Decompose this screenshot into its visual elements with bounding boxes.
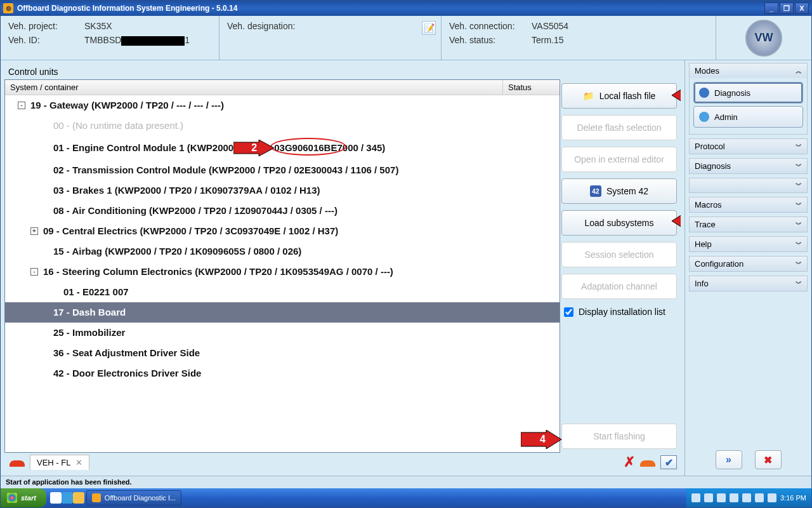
- control-units-tree: System / container Status -19 - Gateway …: [4, 79, 560, 453]
- tree-node-25-immo[interactable]: 25 - Immobilizer: [5, 323, 560, 343]
- tray-icon[interactable]: [742, 493, 751, 502]
- display-installation-list-input[interactable]: [564, 307, 573, 317]
- veh-id-label: Veh. ID:: [8, 35, 84, 46]
- tree-node-00[interactable]: 00 - (No runtime data present.): [5, 116, 560, 136]
- tree-node-02-tcm[interactable]: 02 - Transmission Control Module (KWP200…: [5, 160, 560, 180]
- tree-node-17-dashboard[interactable]: 17 - Dash Board: [5, 302, 560, 323]
- collapse-icon[interactable]: -: [30, 268, 38, 276]
- col-status[interactable]: Status: [502, 80, 560, 95]
- quicklaunch-ie-icon[interactable]: [62, 492, 73, 504]
- chevron-down-icon: ︾: [796, 181, 802, 190]
- note-icon[interactable]: 📝: [422, 21, 436, 35]
- tree-node-36-seat[interactable]: 36 - Seat Adjustment Driver Side: [5, 343, 560, 363]
- acc-trace-header[interactable]: Trace︾: [690, 217, 807, 232]
- tray-icon[interactable]: [704, 493, 713, 502]
- tree-node-08-ac[interactable]: 08 - Air Conditioning (KWP2000 / TP20 / …: [5, 201, 560, 221]
- mode-admin-button[interactable]: Admin: [693, 106, 803, 128]
- tab-close-icon[interactable]: ✕: [75, 458, 82, 467]
- system-42-button[interactable]: 42System 42: [561, 178, 677, 204]
- taskbar-task[interactable]: Offboard Diagnostic I...: [86, 490, 181, 505]
- admin-icon: [699, 112, 709, 122]
- collapse-icon[interactable]: -: [18, 102, 25, 109]
- minimize-button[interactable]: _: [764, 3, 778, 14]
- car-icon[interactable]: [639, 457, 657, 468]
- tray-clock[interactable]: 3:16 PM: [780, 494, 806, 502]
- app-icon: ⚙: [3, 3, 13, 13]
- chevron-down-icon: ︾: [796, 240, 802, 249]
- taskbar: start Offboard Diagnostic I... 3:16 PM: [1, 488, 811, 507]
- chevron-down-icon: ︾: [796, 162, 802, 171]
- task-icon: [92, 493, 101, 502]
- annotation-4: 4: [540, 434, 546, 445]
- tray-icon[interactable]: [717, 493, 726, 502]
- veh-designation-label: Veh. designation:: [227, 21, 303, 31]
- tree-header: System / container Status: [5, 80, 560, 95]
- main-column: Control units System / container Status …: [1, 60, 684, 476]
- acc-blank-header[interactable]: ︾: [690, 178, 807, 192]
- acc-info-header[interactable]: Info︾: [690, 276, 807, 291]
- status-bar: Start of application has been finished.: [1, 476, 811, 488]
- vehicle-header: Veh. project:SK35X Veh. ID:TMBBSD1 Veh. …: [1, 16, 811, 60]
- acc-config-header[interactable]: Configuration︾: [690, 257, 807, 271]
- delete-icon[interactable]: ✗: [624, 454, 635, 471]
- chevron-down-icon: ︾: [796, 220, 802, 229]
- svg-marker-1: [672, 211, 681, 231]
- tree-node-16-sub[interactable]: 01 - E0221 007: [5, 282, 560, 302]
- chevron-down-icon: ︾: [796, 201, 802, 210]
- diagnosis-icon: [699, 88, 709, 98]
- tree-node-42-door[interactable]: 42 - Door Electronics Driver Side: [5, 363, 560, 384]
- acc-modes-header[interactable]: Modes︽: [690, 64, 807, 78]
- chevron-down-icon: ︾: [796, 142, 802, 151]
- acc-diagnosis-header[interactable]: Diagnosis︾: [690, 159, 807, 173]
- acc-protocol-header[interactable]: Protocol︾: [690, 139, 807, 154]
- tree-node-gateway[interactable]: -19 - Gateway (KWP2000 / TP20 / --- / --…: [5, 95, 560, 116]
- tree-node-03-brakes[interactable]: 03 - Brakes 1 (KWP2000 / TP20 / 1K090737…: [5, 180, 560, 201]
- annotation-2: 2: [251, 142, 257, 154]
- close-button[interactable]: X: [795, 3, 809, 14]
- delete-flash-button: Delete flash selection: [561, 115, 677, 140]
- forward-button[interactable]: »: [716, 450, 742, 469]
- tray-icon[interactable]: [691, 493, 700, 502]
- tray-icon[interactable]: [755, 493, 764, 502]
- confirm-icon[interactable]: ✔: [660, 455, 677, 469]
- acc-modes: Modes︽ Diagnosis Admin: [689, 63, 808, 135]
- maximize-button[interactable]: ❐: [780, 3, 794, 14]
- veh-id-value: TMBBSD1: [84, 35, 190, 46]
- svg-marker-2: [672, 86, 681, 105]
- load-subsystems-button[interactable]: Load subsystems: [561, 210, 677, 236]
- veh-status-label: Veh. status:: [449, 35, 532, 45]
- start-flashing-button: Start flashing: [561, 424, 677, 449]
- quicklaunch-icon[interactable]: [50, 492, 62, 504]
- tabs-row: VEH - FL✕ ✗ ✔: [4, 453, 681, 472]
- col-system[interactable]: System / container: [5, 80, 502, 95]
- local-flash-file-button[interactable]: 📁Local flash file: [561, 83, 677, 109]
- annotation-circle: [270, 138, 346, 156]
- session-selection-button: Session selection: [561, 242, 677, 267]
- chevron-down-icon: ︾: [796, 279, 802, 288]
- start-button[interactable]: start: [1, 488, 46, 507]
- tree-body[interactable]: -19 - Gateway (KWP2000 / TP20 / --- / --…: [5, 95, 560, 452]
- acc-help-header[interactable]: Help︾: [690, 237, 807, 251]
- system42-icon: 42: [590, 185, 601, 197]
- app-window: ⚙ Offboard Diagnostic Information System…: [0, 0, 812, 508]
- tree-node-15-airbag[interactable]: 15 - Airbag (KWP2000 / TP20 / 1K0909605S…: [5, 241, 560, 262]
- veh-project-value: SK35X: [84, 21, 112, 31]
- veh-status-value: Term.15: [532, 35, 564, 45]
- tree-node-09-central[interactable]: +09 - Central Electrics (KWP2000 / TP20 …: [5, 221, 560, 241]
- adaptation-channel-button: Adaptation channel: [561, 274, 677, 299]
- tab-veh-fl[interactable]: VEH - FL✕: [30, 455, 89, 470]
- quicklaunch-explorer-icon[interactable]: [73, 492, 84, 504]
- display-installation-list-checkbox[interactable]: Display installation list: [561, 305, 677, 318]
- system-tray: 3:16 PM: [686, 488, 811, 507]
- tray-icon[interactable]: [730, 493, 738, 502]
- open-external-editor-button: Open in external editor: [561, 147, 677, 172]
- window-title: Offboard Diagnostic Information System E…: [17, 4, 763, 13]
- tree-node-16-steering[interactable]: -16 - Steering Column Electronics (KWP20…: [5, 262, 560, 282]
- cancel-button[interactable]: ✖: [755, 450, 782, 469]
- tray-icon[interactable]: [768, 493, 776, 502]
- tree-node-01-ecm[interactable]: 01 - Engine Control Module 1 (KWP2000 2 …: [5, 136, 560, 160]
- redacted-vin: [121, 36, 185, 46]
- acc-macros-header[interactable]: Macros︾: [690, 197, 807, 212]
- expand-icon[interactable]: +: [30, 227, 38, 235]
- mode-diagnosis-button[interactable]: Diagnosis: [693, 82, 803, 104]
